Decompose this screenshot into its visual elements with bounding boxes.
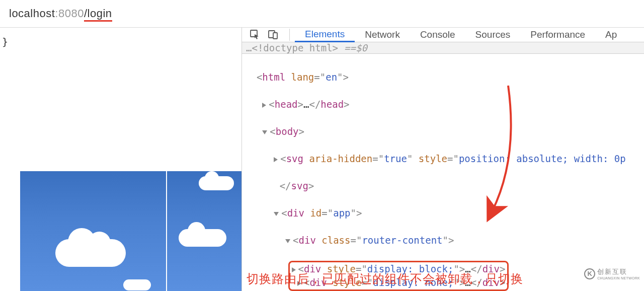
dom-line[interactable]: <head>…</head>	[245, 98, 641, 111]
url-port: :8080	[55, 7, 84, 20]
dom-line[interactable]: <div class="router-content">	[245, 234, 641, 247]
tab-console[interactable]: Console	[410, 28, 465, 42]
url-text: localhost:8080/login	[9, 7, 112, 20]
tab-sources[interactable]: Sources	[465, 28, 521, 42]
tab-performance[interactable]: Performance	[520, 28, 595, 42]
cloud	[123, 279, 151, 290]
tab-network[interactable]: Network	[355, 28, 410, 42]
dom-line[interactable]: <body>	[245, 125, 641, 138]
background-image	[20, 171, 242, 291]
collapse-icon[interactable]	[274, 212, 279, 216]
breadcrumb-dollar: $0	[356, 42, 367, 53]
svg-rect-2	[273, 33, 277, 39]
dom-line[interactable]: <div id="app">	[245, 206, 641, 220]
tab-application-cut[interactable]: Ap	[595, 28, 617, 42]
page-preview-pane: }	[0, 28, 242, 291]
watermark: K 创新互联 CHUANGXIN NETWORK	[584, 267, 640, 280]
separator	[289, 29, 290, 41]
expand-icon[interactable]	[262, 103, 266, 108]
watermark-line2: CHUANGXIN NETWORK	[597, 276, 640, 280]
cloud	[199, 176, 234, 190]
collapse-icon[interactable]	[262, 130, 267, 134]
url-bar[interactable]: localhost:8080/login	[0, 0, 644, 28]
annotation-text: 切换路由后，已匹配过的组件不会被卸载，只切换	[247, 271, 523, 287]
dom-line[interactable]: <svg aria-hidden="true" style="position:…	[245, 152, 641, 166]
breadcrumb-bar[interactable]: …<!doctype html> == $0	[242, 42, 644, 54]
devtools-toolbar: Elements Network Console Sources Perform…	[242, 28, 644, 42]
watermark-line1: 创新互联	[597, 267, 640, 276]
cloud	[55, 239, 126, 267]
dom-tree[interactable]: <html lang="en"> <head>…</head> <body> <…	[242, 54, 644, 291]
image-divider	[166, 171, 167, 291]
dom-line[interactable]: </svg>	[245, 179, 641, 193]
breadcrumb-ellipsis: …	[246, 42, 252, 53]
collapse-icon[interactable]	[285, 239, 290, 243]
breadcrumb-doctype: <!doctype html>	[252, 42, 338, 53]
expand-icon[interactable]	[274, 157, 278, 162]
tab-elements[interactable]: Elements	[295, 28, 355, 42]
devtools-pane: Elements Network Console Sources Perform…	[242, 28, 644, 291]
watermark-logo-icon: K	[584, 268, 595, 279]
main-area: } Elements Network Console Sources Perfo…	[0, 28, 644, 291]
device-toggle-icon[interactable]	[266, 28, 280, 42]
dom-line[interactable]: <html lang="en">	[245, 70, 641, 84]
breadcrumb-eq: ==	[344, 42, 356, 53]
url-host: localhost	[9, 7, 55, 20]
url-path: /login	[84, 7, 112, 22]
inspect-icon[interactable]	[248, 28, 262, 42]
cloud	[179, 229, 226, 247]
code-brace: }	[2, 36, 8, 48]
